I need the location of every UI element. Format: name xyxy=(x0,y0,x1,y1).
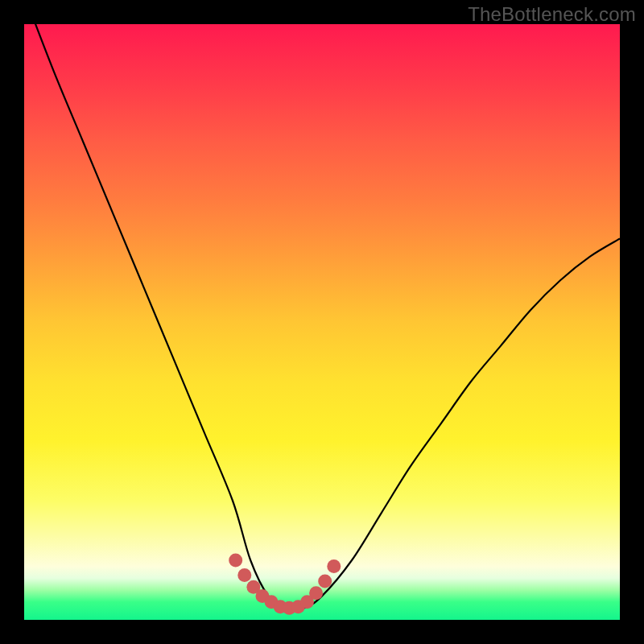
near-min-markers xyxy=(229,554,341,615)
marker-dot xyxy=(309,586,323,600)
marker-dot xyxy=(318,574,332,588)
chart-frame: TheBottleneck.com xyxy=(0,0,644,644)
bottleneck-curve-line xyxy=(24,0,620,609)
curve-svg xyxy=(24,24,620,620)
marker-dot xyxy=(237,568,251,582)
marker-dot xyxy=(229,554,242,568)
plot-area xyxy=(24,24,620,620)
marker-dot xyxy=(327,559,341,573)
watermark-text: TheBottleneck.com xyxy=(468,3,636,26)
